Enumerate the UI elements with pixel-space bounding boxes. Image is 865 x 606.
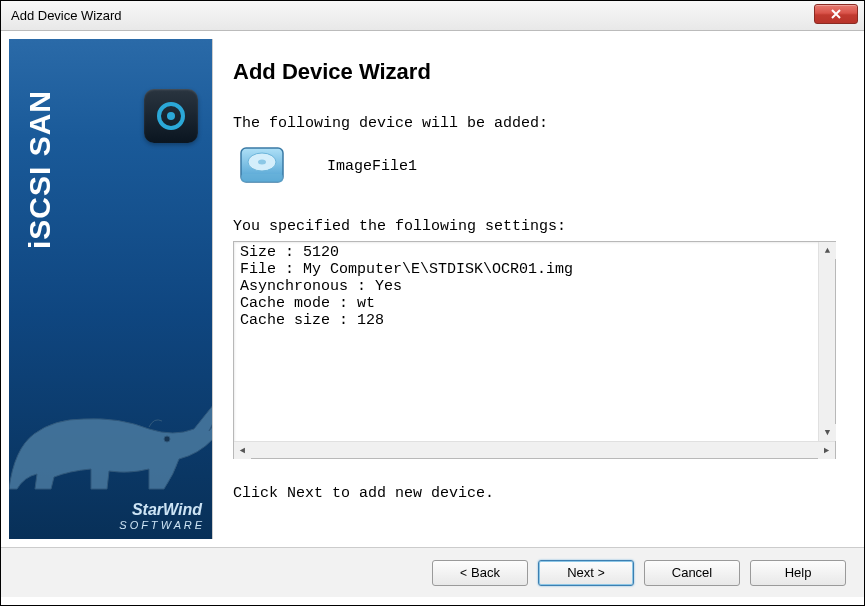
settings-line-size: Size : 5120	[240, 244, 339, 261]
scroll-down-icon[interactable]: ▼	[819, 424, 836, 441]
settings-line-cachemode: Cache mode : wt	[240, 295, 375, 312]
settings-line-async: Asynchronous : Yes	[240, 278, 402, 295]
brand-subtitle: S O F T W A R E	[119, 519, 202, 531]
footer-hint: Click Next to add new device.	[233, 485, 836, 502]
settings-label: You specified the following settings:	[233, 218, 836, 235]
settings-textbox[interactable]: Size : 5120 File : My Computer\E\STDISK\…	[233, 241, 836, 459]
starwind-logo: StarWind S O F T W A R E	[119, 501, 202, 531]
chevron-left-icon: <	[460, 566, 467, 580]
rhino-image	[9, 359, 213, 499]
sidebar-app-icon	[144, 89, 198, 143]
scroll-left-icon[interactable]: ◄	[234, 442, 251, 459]
svg-point-0	[164, 436, 170, 442]
intro-text: The following device will be added:	[233, 115, 836, 132]
window-title: Add Device Wizard	[11, 8, 122, 23]
help-button-label: Help	[785, 565, 812, 580]
back-button[interactable]: < Back	[432, 560, 528, 586]
close-icon	[830, 9, 842, 19]
back-button-label: Back	[471, 565, 500, 580]
scroll-right-icon[interactable]: ►	[818, 442, 835, 459]
settings-line-file: File : My Computer\E\STDISK\OCR01.img	[240, 261, 573, 278]
wizard-body: iSCSI SAN StarWind S O F T W A R E Add D…	[1, 31, 864, 547]
settings-box-wrap: Size : 5120 File : My Computer\E\STDISK\…	[233, 241, 836, 459]
button-row: < Back Next > Cancel Help	[1, 547, 864, 597]
sidebar: iSCSI SAN StarWind S O F T W A R E	[9, 39, 213, 539]
brand-name: StarWind	[132, 501, 202, 518]
device-row: ImageFile1	[233, 144, 836, 188]
svg-point-3	[258, 160, 266, 165]
target-icon	[157, 102, 185, 130]
next-button[interactable]: Next >	[538, 560, 634, 586]
titlebar: Add Device Wizard	[1, 1, 864, 31]
vertical-scrollbar[interactable]: ▲ ▼	[818, 242, 835, 441]
horizontal-scrollbar[interactable]: ◄ ►	[234, 441, 835, 458]
settings-line-cachesize: Cache size : 128	[240, 312, 384, 329]
close-button[interactable]	[814, 4, 858, 24]
device-name: ImageFile1	[327, 158, 417, 175]
cancel-button[interactable]: Cancel	[644, 560, 740, 586]
scroll-up-icon[interactable]: ▲	[819, 242, 836, 259]
help-button[interactable]: Help	[750, 560, 846, 586]
next-button-label: Next	[567, 565, 594, 580]
sidebar-product-name: iSCSI SAN	[23, 90, 57, 249]
chevron-right-icon: >	[598, 566, 605, 580]
disk-icon	[237, 144, 287, 188]
svg-rect-4	[241, 174, 283, 182]
cancel-button-label: Cancel	[672, 565, 712, 580]
main-panel: Add Device Wizard The following device w…	[213, 39, 856, 539]
page-heading: Add Device Wizard	[233, 59, 836, 85]
